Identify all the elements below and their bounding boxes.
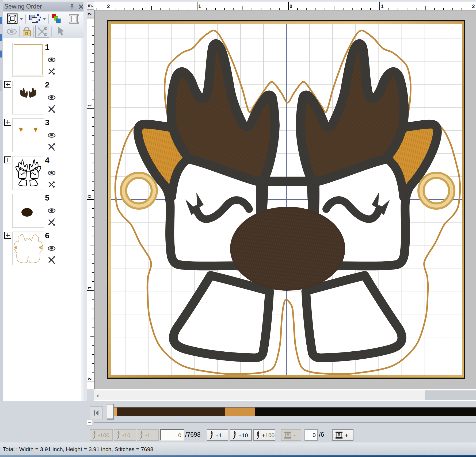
svg-text:1: 1	[87, 286, 92, 289]
svg-text:2: 2	[472, 3, 475, 9]
svg-text:2: 2	[87, 377, 92, 380]
svg-text:0: 0	[87, 195, 92, 198]
svg-text:1: 1	[87, 104, 92, 107]
svg-text:1: 1	[198, 3, 201, 9]
svg-text:0: 0	[290, 3, 292, 9]
svg-text:2: 2	[87, 13, 92, 16]
svg-text:2: 2	[107, 3, 110, 9]
svg-text:1: 1	[381, 3, 384, 9]
